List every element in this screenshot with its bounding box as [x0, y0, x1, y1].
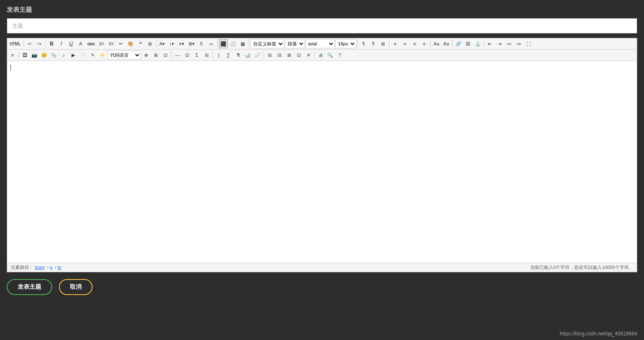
expand-btn[interactable]: ⛶	[524, 39, 533, 48]
sep7	[389, 40, 390, 47]
path-label: 元素路径：	[11, 265, 34, 270]
path-br[interactable]: br	[58, 265, 62, 270]
sep10	[484, 40, 484, 47]
subject-area	[7, 18, 637, 34]
symbol-btn[interactable]: Σ	[192, 50, 201, 60]
align-right-btn[interactable]: ▦	[238, 39, 247, 48]
redo-btn[interactable]: ↪	[35, 39, 44, 48]
bg-color-btn[interactable]: 🎨	[126, 39, 135, 48]
math-btn[interactable]: ∫	[214, 50, 223, 60]
anchor-btn[interactable]: ⚓	[473, 39, 482, 48]
sep1	[24, 40, 24, 47]
table-row-btn[interactable]: ⊟	[265, 50, 274, 60]
superscript-btn[interactable]: X2	[97, 39, 106, 48]
cancel-button[interactable]: 取消	[59, 279, 93, 295]
align-justify-right-btn[interactable]: ≡	[410, 39, 419, 48]
find-btn[interactable]: 🔍	[326, 50, 335, 60]
table2-btn[interactable]: ⊡	[161, 50, 170, 60]
para-mark2-btn[interactable]: ¶	[369, 39, 378, 48]
align-center-btn[interactable]: ⬜	[228, 39, 238, 48]
insert-more-btn[interactable]: ⊕	[141, 50, 151, 60]
table-split-btn[interactable]: ⊡	[294, 50, 303, 60]
editor-body[interactable]	[7, 61, 637, 263]
sep4	[217, 40, 217, 47]
undo-btn[interactable]: ↩	[25, 39, 34, 48]
flash-btn[interactable]: ⚡	[98, 50, 107, 60]
camera-btn[interactable]: 📷	[30, 50, 39, 60]
code-lang-select[interactable]: 代码语言	[107, 50, 141, 60]
chart-btn[interactable]: 📊	[243, 50, 252, 60]
line-height-btn[interactable]: ↕▾	[167, 39, 177, 48]
strikethrough-btn[interactable]: abc	[86, 39, 97, 48]
list-ordered-btn[interactable]: ≡▾	[177, 39, 186, 48]
cursor	[11, 64, 11, 71]
list-unordered-btn[interactable]: ≣▾	[187, 39, 196, 48]
toolbar-row1: HTML ↩ ↪ B I U A abc X2 X2 ✏ 🎨 ❝ ⊞ A▾ ↕▾…	[7, 38, 637, 50]
font-size-btn[interactable]: A▾	[158, 39, 167, 48]
table-btn[interactable]: ⊞	[151, 50, 160, 60]
chem-btn[interactable]: ⚗	[233, 50, 243, 60]
draw-btn[interactable]: ✎	[88, 50, 97, 60]
video-btn[interactable]: ▶	[69, 50, 78, 60]
subscript-btn[interactable]: X2	[107, 39, 116, 48]
hr-btn[interactable]: —	[173, 50, 182, 60]
publish-button[interactable]: 发表主题	[7, 279, 52, 295]
path-body[interactable]: body	[35, 265, 45, 270]
chart2-btn[interactable]: 📈	[253, 50, 262, 60]
blockquote-btn[interactable]: ❝	[136, 39, 145, 48]
indent-left-btn[interactable]: ⇤	[485, 39, 495, 48]
font-size-select[interactable]: 16px	[335, 39, 356, 48]
italic-btn[interactable]: I	[57, 39, 66, 48]
formula-btn[interactable]: ∑	[224, 50, 233, 60]
file-insert-btn[interactable]: 📄	[78, 50, 87, 60]
align-left-btn[interactable]: ⬛	[219, 39, 228, 48]
element-path: 元素路径： body › p › br	[11, 264, 62, 271]
box-btn[interactable]: ▭	[207, 39, 216, 48]
bold-btn[interactable]: B	[47, 39, 56, 48]
align-justify-center-btn[interactable]: ≡	[400, 39, 410, 48]
style-inline-btn[interactable]: S	[197, 39, 206, 48]
sep-r2-3	[212, 51, 213, 59]
para-mark-btn[interactable]: ¶	[359, 39, 368, 48]
pagebreak-btn[interactable]: ⊟	[202, 50, 211, 60]
paragraph-select[interactable]: 段落	[285, 39, 305, 48]
table-col-btn[interactable]: ⊟	[275, 50, 284, 60]
font-color-btn[interactable]: A	[76, 39, 85, 48]
align-justify-full-btn[interactable]: ≡	[420, 39, 429, 48]
sep8	[430, 40, 431, 47]
unlink-btn[interactable]: ⛓	[464, 39, 473, 48]
special-char-btn[interactable]: Ω	[183, 50, 192, 60]
image-insert-btn[interactable]: 🖼	[20, 50, 29, 60]
font-family-select[interactable]: arial	[305, 39, 335, 48]
paint-btn[interactable]: ✏	[117, 39, 126, 48]
html-toggle-btn[interactable]: HTML	[8, 39, 22, 48]
help-btn[interactable]: ?	[335, 50, 345, 60]
print-btn[interactable]: 🖨	[316, 50, 325, 60]
subject-input[interactable]	[7, 18, 637, 34]
indent-left2-btn[interactable]: ↤	[505, 39, 514, 48]
sep-r2-4	[263, 51, 264, 59]
sep-r2-1	[19, 51, 19, 59]
horz-align-btn[interactable]: ≡	[8, 50, 17, 60]
table-merge-btn[interactable]: ⊞	[284, 50, 294, 60]
link-btn[interactable]: 🔗	[454, 39, 463, 48]
indent-right-btn[interactable]: ⇥	[495, 39, 504, 48]
indent-right2-btn[interactable]: ↦	[514, 39, 524, 48]
align-justify-left-btn[interactable]: ≡	[391, 39, 400, 48]
custom-tag-select[interactable]: 自定义标签	[250, 39, 284, 48]
sep5	[249, 40, 249, 47]
aa-btn[interactable]: Aa	[432, 39, 441, 48]
code-format-btn[interactable]: ⊞	[146, 39, 155, 48]
music-btn[interactable]: ♪	[59, 50, 68, 60]
attach-btn[interactable]: 📎	[49, 50, 58, 60]
table-del-btn[interactable]: ✕	[304, 50, 313, 60]
editor-container: HTML ↩ ↪ B I U A abc X2 X2 ✏ 🎨 ❝ ⊞ A▾ ↕▾…	[7, 38, 637, 272]
sep6	[358, 40, 358, 47]
aa2-btn[interactable]: Aa	[442, 39, 451, 48]
emoji-btn[interactable]: 😊	[40, 50, 49, 60]
editor-statusbar: 元素路径： body › p › br 当前已输入0个字符，您还可以输入1000…	[7, 263, 637, 272]
underline-btn[interactable]: U	[66, 39, 76, 48]
sep-r2-2	[171, 51, 172, 59]
indent-btn[interactable]: ⊞	[379, 39, 388, 48]
path-p[interactable]: p	[50, 265, 53, 270]
